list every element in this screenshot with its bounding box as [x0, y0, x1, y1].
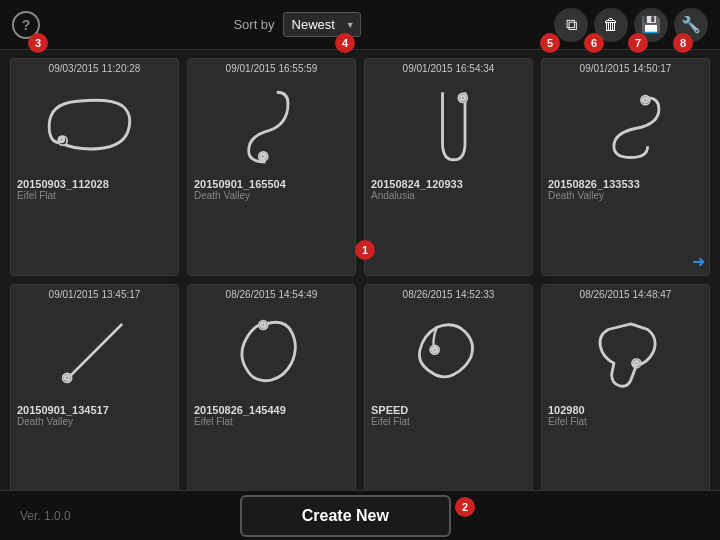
track-preview — [188, 302, 355, 402]
track-card[interactable]: 09/01/2015 14:50:17 20150826_133533 Deat… — [541, 58, 710, 276]
track-preview — [188, 76, 355, 176]
export-arrow-icon: ➜ — [692, 252, 705, 271]
track-location: Death Valley — [17, 416, 172, 427]
track-info: 20150824_120933 Andalusia — [365, 176, 532, 207]
badge-3: 3 — [28, 33, 48, 53]
track-preview — [365, 302, 532, 402]
track-timestamp: 09/01/2015 16:54:34 — [365, 59, 532, 76]
track-card[interactable]: 09/01/2015 13:45:17 20150901_134517 Deat… — [10, 284, 179, 502]
track-name: 102980 — [548, 404, 703, 416]
track-timestamp: 09/01/2015 13:45:17 — [11, 285, 178, 302]
header: ? Sort by Newest Oldest Name ⧉ 🗑 💾 🔧 — [0, 0, 720, 50]
footer: Ver. 1.0.0 Create New — [0, 490, 720, 540]
badge-6: 6 — [584, 33, 604, 53]
track-preview — [542, 302, 709, 402]
badge-7: 7 — [628, 33, 648, 53]
badge-4: 4 — [335, 33, 355, 53]
track-card[interactable]: 08/26/2015 14:54:49 20150826_145449 Eife… — [187, 284, 356, 502]
copy-button[interactable]: ⧉ — [554, 8, 588, 42]
svg-point-7 — [643, 98, 648, 103]
svg-point-14 — [433, 348, 438, 353]
svg-point-3 — [261, 154, 266, 159]
track-timestamp: 09/03/2015 11:20:28 — [11, 59, 178, 76]
track-location: Eifel Flat — [371, 416, 526, 427]
svg-point-5 — [461, 96, 466, 101]
badge-8: 8 — [673, 33, 693, 53]
track-card[interactable]: 09/01/2015 16:54:34 20150824_120933 Anda… — [364, 58, 533, 276]
track-timestamp: 09/01/2015 14:50:17 — [542, 59, 709, 76]
track-info: 20150826_145449 Eifel Flat — [188, 402, 355, 433]
track-name: 20150826_133533 — [548, 178, 703, 190]
track-name: 20150901_165504 — [194, 178, 349, 190]
track-preview — [365, 76, 532, 176]
track-card[interactable]: 09/01/2015 16:55:59 20150901_165504 Deat… — [187, 58, 356, 276]
badge-2: 2 — [455, 497, 475, 517]
track-info: 102980 Eifel Flat — [542, 402, 709, 433]
track-location: Death Valley — [548, 190, 703, 201]
track-timestamp: 09/01/2015 16:55:59 — [188, 59, 355, 76]
track-location: Eifel Flat — [17, 190, 172, 201]
track-preview — [11, 76, 178, 176]
track-name: 20150901_134517 — [17, 404, 172, 416]
track-name: 20150826_145449 — [194, 404, 349, 416]
track-card[interactable]: 09/03/2015 11:20:28 20150903_112028 Eife… — [10, 58, 179, 276]
track-timestamp: 08/26/2015 14:48:47 — [542, 285, 709, 302]
track-info: 20150901_134517 Death Valley — [11, 402, 178, 433]
track-timestamp: 08/26/2015 14:52:33 — [365, 285, 532, 302]
track-location: Andalusia — [371, 190, 526, 201]
track-name: 20150824_120933 — [371, 178, 526, 190]
track-card[interactable]: 08/26/2015 14:52:33 SPEED Eifel Flat — [364, 284, 533, 502]
svg-point-1 — [60, 137, 65, 142]
version-label: Ver. 1.0.0 — [20, 509, 71, 523]
track-location: Death Valley — [194, 190, 349, 201]
track-preview — [11, 302, 178, 402]
track-location: Eifel Flat — [548, 416, 703, 427]
track-info: 20150901_165504 Death Valley — [188, 176, 355, 207]
track-info: 20150903_112028 Eifel Flat — [11, 176, 178, 207]
track-card[interactable]: 08/26/2015 14:48:47 102980 Eifel Flat — [541, 284, 710, 502]
track-info: SPEED Eifel Flat — [365, 402, 532, 433]
track-timestamp: 08/26/2015 14:54:49 — [188, 285, 355, 302]
svg-point-16 — [634, 361, 639, 366]
track-name: 20150903_112028 — [17, 178, 172, 190]
svg-point-12 — [261, 323, 266, 328]
track-grid: 09/03/2015 11:20:28 20150903_112028 Eife… — [0, 50, 720, 510]
track-location: Eifel Flat — [194, 416, 349, 427]
track-preview — [542, 76, 709, 176]
svg-point-10 — [65, 376, 70, 381]
sort-label: Sort by — [233, 17, 274, 32]
create-new-button[interactable]: Create New — [240, 495, 451, 537]
badge-1: 1 — [355, 240, 375, 260]
track-info: 20150826_133533 Death Valley — [542, 176, 709, 207]
track-name: SPEED — [371, 404, 526, 416]
svg-line-8 — [66, 324, 122, 380]
badge-5: 5 — [540, 33, 560, 53]
